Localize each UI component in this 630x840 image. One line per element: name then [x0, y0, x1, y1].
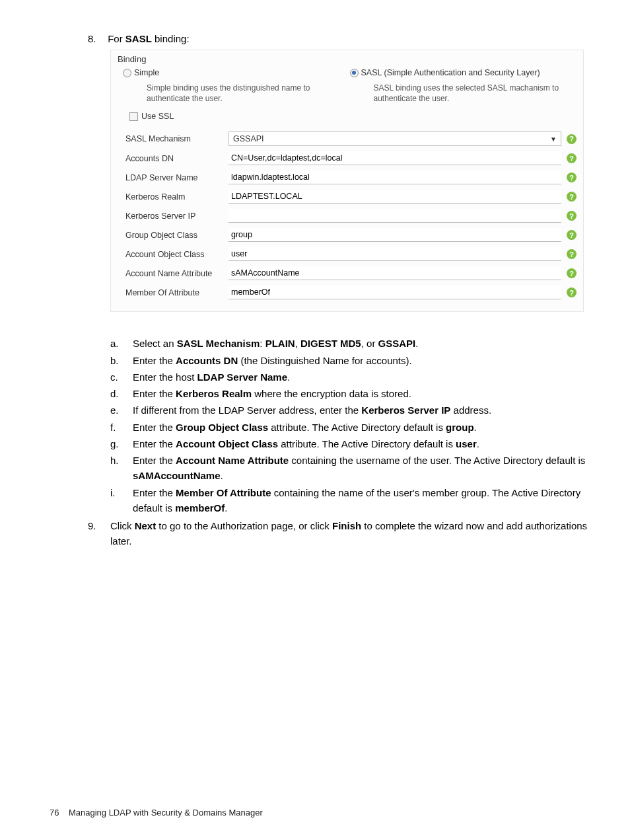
- help-icon[interactable]: ?: [567, 211, 577, 221]
- field-label: Group Object Class: [125, 231, 223, 240]
- form-row: Accounts DN?: [125, 149, 577, 168]
- radio-icon: [350, 69, 359, 77]
- sasl-mechanism-select[interactable]: GSSAPI▼: [228, 132, 561, 146]
- sasl-desc: SASL binding uses the selected SASL mach…: [350, 79, 577, 109]
- kerberos-server-ip-input[interactable]: [228, 209, 561, 223]
- help-icon[interactable]: ?: [567, 249, 577, 259]
- field-label: Kerberos Server IP: [125, 211, 223, 221]
- field-label: Account Name Attribute: [125, 269, 223, 278]
- step-9-text: 9. Click Next to go to the Authorization…: [88, 518, 590, 549]
- help-icon[interactable]: ?: [567, 230, 577, 240]
- accounts-dn-input[interactable]: [228, 151, 561, 165]
- help-icon[interactable]: ?: [567, 268, 577, 278]
- account-object-class-input[interactable]: [228, 247, 561, 261]
- instruction-item: e.If different from the LDAP Server addr…: [110, 402, 590, 418]
- kerberos-realm-input[interactable]: [228, 190, 561, 204]
- field-label: Account Object Class: [125, 250, 223, 259]
- form-row: Member Of Attribute?: [125, 283, 577, 302]
- form-row: LDAP Server Name?: [125, 168, 577, 187]
- instruction-item: b.Enter the Accounts DN (the Distinguish…: [110, 353, 590, 368]
- use-ssl-checkbox[interactable]: Use SSL: [111, 109, 583, 129]
- member-of-attribute-input[interactable]: [228, 286, 561, 299]
- step-8-text: 8. For SASL binding:: [88, 33, 590, 44]
- help-icon[interactable]: ?: [567, 192, 577, 202]
- panel-title: Binding: [111, 50, 583, 67]
- binding-panel: Binding Simple SASL (Simple Authenticati…: [110, 50, 584, 312]
- help-icon[interactable]: ?: [567, 153, 577, 163]
- page-footer: 76 Managing LDAP with Security & Domains…: [50, 808, 263, 818]
- instruction-item: i.Enter the Member Of Attribute containi…: [110, 485, 590, 516]
- help-icon[interactable]: ?: [567, 134, 577, 144]
- radio-simple[interactable]: Simple: [123, 68, 350, 77]
- field-label: SASL Mechanism: [125, 134, 223, 143]
- field-label: LDAP Server Name: [125, 173, 223, 182]
- ldap-server-name-input[interactable]: [228, 171, 561, 184]
- help-icon[interactable]: ?: [567, 287, 577, 297]
- instruction-item: g.Enter the Account Object Class attribu…: [110, 436, 590, 451]
- chevron-down-icon: ▼: [550, 135, 557, 143]
- group-object-class-input[interactable]: [228, 228, 561, 242]
- field-label: Accounts DN: [125, 154, 223, 163]
- instruction-item: h.Enter the Account Name Attribute conta…: [110, 453, 590, 484]
- instruction-item: a.Select an SASL Mechanism: PLAIN, DIGES…: [110, 336, 590, 351]
- form-row: Account Object Class?: [125, 245, 577, 264]
- instruction-item: d.Enter the Kerberos Realm where the enc…: [110, 386, 590, 401]
- radio-sasl[interactable]: SASL (Simple Authentication and Security…: [350, 68, 577, 77]
- help-icon[interactable]: ?: [567, 172, 577, 182]
- radio-icon: [123, 69, 131, 77]
- checkbox-icon: [129, 112, 138, 121]
- instruction-item: f.Enter the Group Object Class attribute…: [110, 420, 590, 435]
- form-row: Kerberos Server IP?: [125, 206, 577, 225]
- form-row: Account Name Attribute?: [125, 264, 577, 283]
- field-label: Kerberos Realm: [125, 192, 223, 202]
- form-row: SASL MechanismGSSAPI▼?: [125, 129, 577, 149]
- form-row: Group Object Class?: [125, 225, 577, 245]
- step-9-body: Click Next to go to the Authorization pa…: [110, 518, 590, 549]
- simple-desc: Simple binding uses the distinguished na…: [123, 79, 350, 109]
- field-label: Member Of Attribute: [125, 288, 223, 297]
- form-row: Kerberos Realm?: [125, 187, 577, 206]
- account-name-attribute-input[interactable]: [228, 266, 561, 280]
- instruction-item: c.Enter the host LDAP Server Name.: [110, 369, 590, 385]
